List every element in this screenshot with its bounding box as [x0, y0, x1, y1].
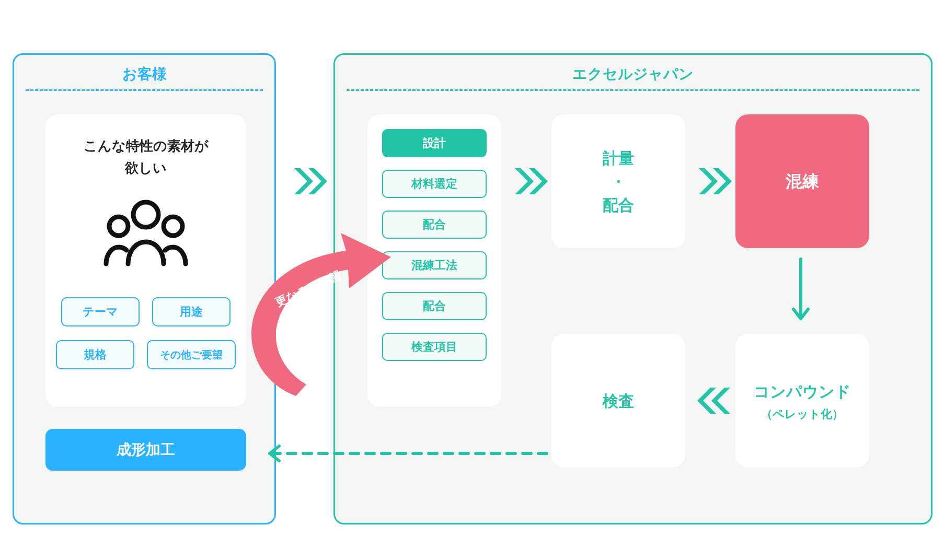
customer-panel: お客様 こんな特性の素材が 欲しい: [13, 53, 276, 524]
company-panel-title: エクセルジャパン: [335, 64, 931, 84]
chevron-left-icon: [696, 388, 733, 414]
svg-point-1: [109, 217, 128, 236]
compound-card: コンパウンド （ペレット化）: [735, 334, 869, 468]
customer-panel-divider: [26, 89, 263, 91]
inspection-label: 検査: [603, 389, 634, 413]
diagram-canvas: お客様 こんな特性の素材が 欲しい: [0, 0, 944, 560]
measure-dot: ・: [611, 170, 626, 193]
company-panel-divider: [347, 89, 919, 91]
dashed-arrow-left-icon: [258, 443, 551, 466]
tag-other: その他ご要望: [147, 340, 236, 369]
kneading-label: 混練: [786, 169, 819, 194]
measure-line2: 配合: [603, 193, 634, 217]
tag-use: 用途: [152, 297, 231, 326]
customer-request-card: こんな特性の素材が 欲しい テーマ 用途: [45, 114, 246, 407]
tag-row-2: 規格 その他ご要望: [45, 340, 246, 369]
tag-standard: 規格: [56, 340, 134, 369]
inspection-card: 検査: [551, 334, 685, 468]
arrow-down-icon: [790, 257, 811, 325]
design-item-5: 検査項目: [382, 333, 487, 361]
design-item-2: 配合: [382, 211, 487, 239]
kneading-card: 混練: [735, 114, 869, 248]
people-icon: [99, 197, 193, 270]
molding-box: 成形加工: [45, 429, 246, 471]
compound-line2: （ペレット化）: [761, 406, 844, 422]
design-item-active: 設計: [382, 129, 487, 157]
heading-line2: 欲しい: [125, 160, 167, 176]
design-item-1: 材料選定: [382, 170, 487, 198]
svg-point-0: [133, 202, 158, 227]
measure-line1: 計量: [603, 146, 634, 170]
tag-row-1: テーマ 用途: [45, 297, 246, 326]
heading-line1: こんな特性の素材が: [84, 138, 209, 154]
tag-theme: テーマ: [61, 297, 140, 326]
feedback-arrow: 更なるご要望: [238, 230, 395, 402]
customer-panel-title: お客様: [14, 64, 274, 84]
compound-line1: コンパウンド: [754, 380, 851, 403]
customer-request-heading: こんな特性の素材が 欲しい: [45, 135, 246, 179]
chevron-right-icon: [696, 168, 733, 194]
chevron-right-icon: [512, 168, 549, 194]
measure-card: 計量 ・ 配合: [551, 114, 685, 248]
svg-point-2: [164, 217, 182, 236]
chevron-right-icon: [292, 168, 328, 194]
design-item-3: 混練工法: [382, 251, 487, 279]
design-item-4: 配合: [382, 292, 487, 320]
